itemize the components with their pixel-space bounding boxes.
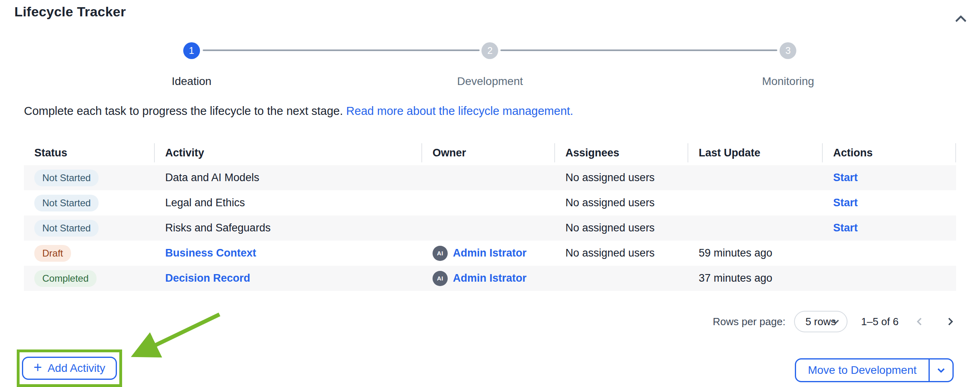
stepper-connector-2 — [500, 49, 777, 51]
move-to-development-split-button: Move to Development — [795, 358, 954, 382]
start-action-link[interactable]: Start — [833, 197, 858, 209]
annotation-arrow — [119, 307, 231, 365]
step-monitoring: 3 Monitoring — [762, 42, 814, 88]
step-1-label: Ideation — [172, 75, 211, 88]
start-action-link[interactable]: Start — [833, 222, 858, 234]
table-row: Completed Decision Record AI Admin Istra… — [24, 266, 956, 291]
move-to-development-button[interactable]: Move to Development — [796, 359, 929, 381]
status-badge: Draft — [34, 245, 71, 262]
chevron-left-icon — [917, 318, 925, 326]
rows-per-page-select[interactable]: 5 rows — [794, 311, 848, 332]
table-header-row: Status Activity Owner Assignees Last Upd… — [24, 140, 956, 165]
step-2-label: Development — [457, 75, 523, 88]
owner-avatar: AI — [433, 271, 448, 286]
last-update-text: 59 minutes ago — [699, 247, 773, 259]
activity-link[interactable]: Business Context — [165, 247, 256, 259]
lifecycle-tracker-panel: Lifecycle Tracker 1 Ideation 2 Developme… — [0, 0, 980, 387]
lifecycle-description: Complete each task to progress the lifec… — [24, 105, 573, 118]
status-badge: Not Started — [34, 170, 99, 186]
start-action-link[interactable]: Start — [833, 172, 858, 184]
table-row: Not Started Legal and Ethics No assigned… — [24, 190, 956, 215]
table-row: Not Started Risks and Safeguards No assi… — [24, 215, 956, 241]
activities-table: Status Activity Owner Assignees Last Upd… — [24, 140, 956, 291]
rows-per-page-value: 5 rows — [805, 316, 836, 328]
activity-link[interactable]: Decision Record — [165, 272, 250, 284]
assignees-text: No assigned users — [565, 172, 655, 184]
activity-name: Data and AI Models — [165, 172, 259, 184]
assignees-text: No assigned users — [565, 197, 655, 209]
description-text: Complete each task to progress the lifec… — [24, 105, 343, 117]
move-options-caret-button[interactable] — [929, 359, 952, 381]
annotation-highlight-box: + Add Activity — [17, 349, 122, 387]
assignees-text: No assigned users — [565, 247, 655, 259]
column-header-status: Status — [24, 143, 155, 162]
owner-avatar: AI — [433, 246, 448, 261]
owner-link[interactable]: Admin Istrator — [453, 272, 527, 284]
step-ideation: 1 Ideation — [172, 42, 211, 88]
stepper-connector-1 — [203, 49, 480, 51]
owner-link[interactable]: Admin Istrator — [453, 247, 527, 259]
next-page-button[interactable] — [942, 315, 956, 328]
assignees-text: No assigned users — [565, 222, 655, 234]
last-update-text: 37 minutes ago — [699, 272, 773, 284]
step-3-label: Monitoring — [762, 75, 814, 88]
lifecycle-stepper: 1 Ideation 2 Development 3 Monitoring — [0, 0, 980, 92]
table-row: Draft Business Context AI Admin Istrator… — [24, 241, 956, 266]
add-activity-label: Add Activity — [47, 362, 105, 375]
activity-name: Legal and Ethics — [165, 197, 245, 209]
activity-name: Risks and Safeguards — [165, 222, 271, 234]
column-header-last-update: Last Update — [688, 143, 823, 162]
previous-page-button[interactable] — [914, 315, 927, 328]
step-3-circle: 3 — [780, 42, 796, 59]
step-development: 2 Development — [457, 42, 523, 88]
step-1-circle: 1 — [183, 42, 200, 59]
add-activity-button[interactable]: + Add Activity — [22, 357, 117, 380]
pagination-bar: Rows per page: 5 rows 1–5 of 6 — [713, 310, 956, 333]
step-2-circle: 2 — [482, 42, 498, 59]
chevron-down-icon — [937, 365, 944, 373]
plus-icon: + — [34, 360, 42, 375]
status-badge: Not Started — [34, 220, 99, 237]
column-header-assignees: Assignees — [555, 143, 688, 162]
chevron-right-icon — [945, 318, 953, 326]
read-more-link[interactable]: Read more about the lifecycle management… — [346, 105, 573, 117]
column-header-actions: Actions — [823, 143, 956, 162]
rows-per-page-label: Rows per page: — [713, 316, 785, 328]
pagination-range: 1–5 of 6 — [861, 316, 899, 328]
column-header-activity: Activity — [155, 143, 422, 162]
column-header-owner: Owner — [422, 143, 555, 162]
status-badge: Not Started — [34, 195, 99, 211]
status-badge: Completed — [34, 270, 97, 287]
table-row: Not Started Data and AI Models No assign… — [24, 165, 956, 190]
